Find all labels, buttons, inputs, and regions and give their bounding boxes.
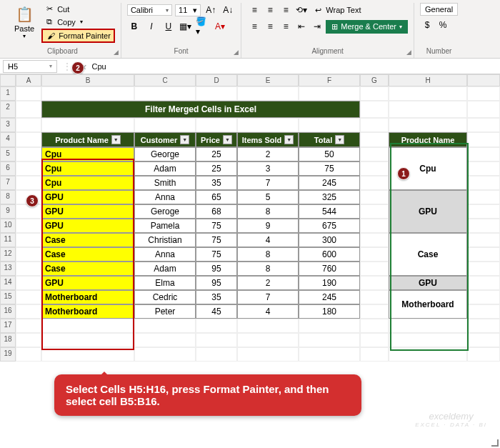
empty-cell[interactable] [467,204,500,219]
empty-cell[interactable] [360,219,389,233]
items-cell[interactable]: 2 [237,147,299,161]
empty-cell[interactable] [41,333,134,347]
empty-cell[interactable] [467,347,500,362]
table-header[interactable]: Total▼ [299,132,360,147]
empty-cell[interactable] [360,132,389,147]
price-cell[interactable]: 65 [196,190,237,204]
empty-cell[interactable] [389,86,467,101]
empty-cell[interactable] [16,101,41,118]
spreadsheet-grid[interactable]: ABCDEFGH12Filter Merged Cells in Excel34… [0,74,500,362]
items-cell[interactable]: 3 [237,161,299,176]
price-cell[interactable]: 68 [196,204,237,219]
product-cell[interactable]: Cpu [41,176,134,190]
format-painter-button[interactable]: 🖌Format Painter [41,29,115,43]
merged-cell[interactable]: Motherboard [389,290,467,319]
underline-button[interactable]: U [161,19,176,34]
empty-cell[interactable] [360,247,389,262]
empty-cell[interactable] [467,304,500,319]
empty-cell[interactable] [16,132,41,147]
total-cell[interactable]: 544 [299,204,360,219]
empty-cell[interactable] [467,233,500,247]
empty-cell[interactable] [299,333,360,347]
align-right-button[interactable]: ≡ [279,19,293,34]
empty-cell[interactable] [299,347,360,362]
empty-cell[interactable] [299,86,360,101]
product-cell[interactable]: Cpu [41,161,134,176]
empty-cell[interactable] [16,247,41,262]
align-left-button[interactable]: ≡ [247,19,261,34]
empty-cell[interactable] [41,86,134,101]
empty-cell[interactable] [237,319,299,333]
empty-cell[interactable] [389,101,467,118]
currency-button[interactable]: $ [420,18,434,32]
empty-cell[interactable] [360,233,389,247]
items-cell[interactable]: 5 [237,190,299,204]
empty-cell[interactable] [467,176,500,190]
empty-cell[interactable] [467,147,500,161]
customer-cell[interactable]: Cedric [134,290,196,304]
empty-cell[interactable] [467,262,500,276]
empty-cell[interactable] [16,176,41,190]
product-cell[interactable]: Case [41,233,134,247]
empty-cell[interactable] [467,161,500,176]
empty-cell[interactable] [196,333,237,347]
empty-cell[interactable] [389,319,467,333]
empty-cell[interactable] [360,118,389,132]
items-cell[interactable]: 4 [237,233,299,247]
empty-cell[interactable] [467,290,500,304]
empty-cell[interactable] [16,333,41,347]
customer-cell[interactable]: Adam [134,161,196,176]
empty-cell[interactable] [237,86,299,101]
empty-cell[interactable] [360,161,389,176]
align-bottom-button[interactable]: ≡ [279,3,293,17]
increase-indent-button[interactable]: ⇥ [310,19,324,34]
customer-cell[interactable]: Peter [134,304,196,319]
price-cell[interactable]: 75 [196,233,237,247]
total-cell[interactable]: 245 [299,290,360,304]
italic-button[interactable]: I [144,19,159,34]
empty-cell[interactable] [41,319,134,333]
empty-cell[interactable] [16,276,41,290]
filter-button[interactable]: ▼ [335,135,344,144]
empty-cell[interactable] [134,319,196,333]
items-cell[interactable]: 2 [237,276,299,290]
empty-cell[interactable] [16,347,41,362]
table-header[interactable]: Customer▼ [134,132,196,147]
empty-cell[interactable] [299,319,360,333]
empty-cell[interactable] [16,304,41,319]
customer-cell[interactable]: Christian [134,233,196,247]
empty-cell[interactable] [360,347,389,362]
empty-cell[interactable] [41,118,134,132]
table-header[interactable]: Price▼ [196,132,237,147]
increase-font-button[interactable]: A↑ [204,3,218,17]
total-cell[interactable]: 600 [299,247,360,262]
product-cell[interactable]: GPU [41,219,134,233]
empty-cell[interactable] [237,118,299,132]
empty-cell[interactable] [389,118,467,132]
items-cell[interactable]: 7 [237,176,299,190]
border-button[interactable]: ▦▾ [179,19,193,34]
filter-button[interactable]: ▼ [111,135,121,144]
empty-cell[interactable] [16,147,41,161]
total-cell[interactable]: 245 [299,176,360,190]
price-cell[interactable]: 95 [196,276,237,290]
empty-cell[interactable] [134,333,196,347]
total-cell[interactable]: 50 [299,147,360,161]
price-cell[interactable]: 95 [196,262,237,276]
filter-button[interactable]: ▼ [180,135,189,144]
font-name-select[interactable]: Calibri▾ [127,4,172,16]
total-cell[interactable]: 190 [299,276,360,290]
product-cell[interactable]: Motherboard [41,290,134,304]
price-cell[interactable]: 45 [196,304,237,319]
merge-center-button[interactable]: ⊞Merge & Center▾ [326,20,408,34]
customer-cell[interactable]: Elma [134,276,196,290]
align-top-button[interactable]: ≡ [247,3,261,17]
customer-cell[interactable]: Geroge [134,204,196,219]
total-cell[interactable]: 180 [299,304,360,319]
price-cell[interactable]: 75 [196,219,237,233]
empty-cell[interactable] [134,86,196,101]
filter-button[interactable]: ▼ [284,135,294,144]
merged-cell[interactable]: GPU [389,276,467,290]
empty-cell[interactable] [16,86,41,101]
total-cell[interactable]: 675 [299,219,360,233]
